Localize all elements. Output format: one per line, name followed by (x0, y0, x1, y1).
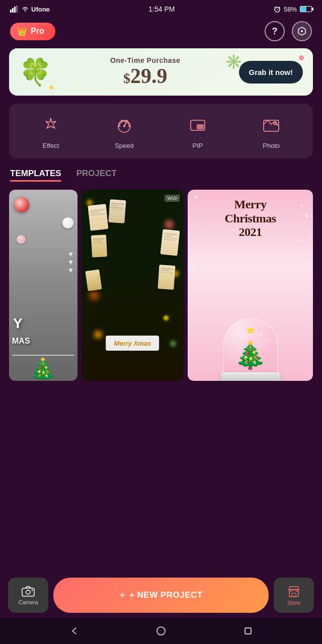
tag-3 (91, 234, 107, 258)
new-project-label: + NEW PROJECT (129, 590, 203, 600)
signal-icon (10, 6, 19, 13)
clover-left-icon: 🍀 (19, 59, 52, 85)
light-5 (89, 290, 99, 300)
template-card-1[interactable]: Y MAS 🎄 ▼▼▼ (9, 190, 77, 381)
ornament-pink (17, 235, 26, 244)
tab-templates[interactable]: TEMPLATES (10, 169, 61, 182)
svg-rect-16 (292, 593, 296, 597)
photo-label: Photo (263, 142, 280, 149)
hexagon-icon (297, 26, 307, 36)
battery-bar (300, 6, 312, 12)
tabs-row: TEMPLATES PROJECT (0, 169, 322, 182)
svg-rect-12 (22, 588, 34, 596)
effect-label: Effect (42, 142, 59, 149)
speed-label: Speed (115, 142, 134, 149)
settings-button[interactable] (292, 21, 312, 41)
status-indicators: 58% (274, 6, 312, 13)
home-button[interactable] (150, 620, 172, 642)
tag-2 (108, 199, 126, 223)
header: 👑 Pro ? (0, 18, 322, 46)
help-button[interactable]: ? (265, 21, 285, 41)
battery-text: 58% (284, 6, 297, 13)
card1-arrows: ▼▼▼ (67, 250, 74, 274)
svg-point-5 (301, 30, 303, 32)
pip-label: PIP (193, 142, 203, 149)
clock: 1:54 PM (148, 5, 175, 13)
light-2 (165, 220, 174, 229)
pro-button[interactable]: 👑 Pro (10, 23, 55, 40)
recents-button[interactable] (237, 620, 259, 642)
tag-1 (88, 204, 108, 230)
template-card-3[interactable]: MerryChristmas2021 🎄 ⭐ (188, 190, 313, 381)
tool-photo[interactable]: Photo (259, 113, 284, 149)
card2-merry-xmas: Merry Xmas (106, 336, 159, 351)
svg-rect-18 (245, 628, 251, 634)
star-6 (193, 265, 195, 267)
card1-divider (12, 355, 74, 356)
battery-fill (300, 7, 306, 12)
star-4 (305, 215, 308, 217)
back-button[interactable] (63, 620, 85, 642)
svg-rect-1 (12, 8, 14, 13)
ornament-white (62, 217, 73, 228)
decorative-dot-pink (299, 55, 304, 60)
clover-right-icon: ✳️ (225, 53, 243, 70)
store-button[interactable]: Store (274, 578, 314, 613)
recents-icon (243, 626, 253, 636)
effect-icon (38, 113, 63, 138)
header-icon-group: ? (265, 21, 312, 41)
tag-6 (158, 265, 176, 290)
camera-label: Camera (18, 599, 38, 605)
decorative-dot-yellow (49, 86, 53, 90)
grab-button[interactable]: Grab it now! (239, 61, 303, 84)
store-label: Store (287, 600, 300, 606)
svg-point-13 (26, 590, 30, 594)
dollar-sign: $ (123, 70, 130, 86)
svg-point-7 (123, 125, 125, 127)
pip-icon (185, 113, 210, 138)
templates-grid: Y MAS 🎄 ▼▼▼ W19 (0, 190, 322, 381)
star-1 (195, 196, 197, 198)
alarm-icon (274, 6, 281, 13)
pro-label: Pro (31, 27, 44, 36)
svg-rect-0 (10, 10, 12, 13)
tool-effect[interactable]: Effect (38, 113, 63, 149)
crown-icon: 👑 (17, 27, 27, 36)
speed-icon (112, 113, 137, 138)
photo-icon (259, 113, 284, 138)
svg-point-14 (32, 590, 33, 591)
light-8 (170, 341, 176, 347)
star-3 (198, 225, 199, 226)
carrier-info: Ufone (10, 6, 50, 13)
plus-icon: + (119, 590, 125, 601)
tab-project[interactable]: PROJECT (76, 169, 117, 182)
star-5 (299, 240, 300, 242)
status-bar: Ufone 1:54 PM 58% (0, 0, 322, 18)
camera-button[interactable]: Camera (8, 578, 48, 613)
promo-banner: 🍀 One-Time Purchase $29.9 ✳️ Grab it now… (9, 48, 313, 96)
bottom-nav: Camera + + NEW PROJECT Store (0, 573, 322, 618)
template-card-2[interactable]: W19 (82, 190, 184, 381)
tool-speed[interactable]: Speed (112, 113, 137, 149)
card1-tree-emoji: 🎄 (29, 357, 57, 381)
svg-rect-2 (14, 7, 16, 13)
svg-point-17 (157, 627, 165, 635)
card3-globe: 🎄 ⭐ (218, 318, 283, 381)
new-project-button[interactable]: + + NEW PROJECT (53, 578, 269, 613)
tool-pip[interactable]: PIP (185, 113, 210, 149)
promo-label: One-Time Purchase (110, 56, 181, 64)
promo-price: $29.9 (123, 64, 168, 88)
card3-title: MerryChristmas2021 (225, 198, 276, 239)
star-2 (301, 205, 303, 207)
home-icon (156, 626, 166, 636)
promo-text-block: One-Time Purchase $29.9 (57, 56, 234, 88)
card1-text: MAS (12, 337, 30, 346)
light-6 (164, 315, 169, 320)
system-nav-bar (0, 618, 322, 644)
ornament-red (14, 197, 29, 212)
card2-badge: W19 (165, 195, 180, 202)
card1-letter: Y (13, 316, 23, 331)
tag-5 (85, 269, 102, 291)
camera-icon (21, 585, 35, 597)
question-icon: ? (272, 26, 278, 37)
